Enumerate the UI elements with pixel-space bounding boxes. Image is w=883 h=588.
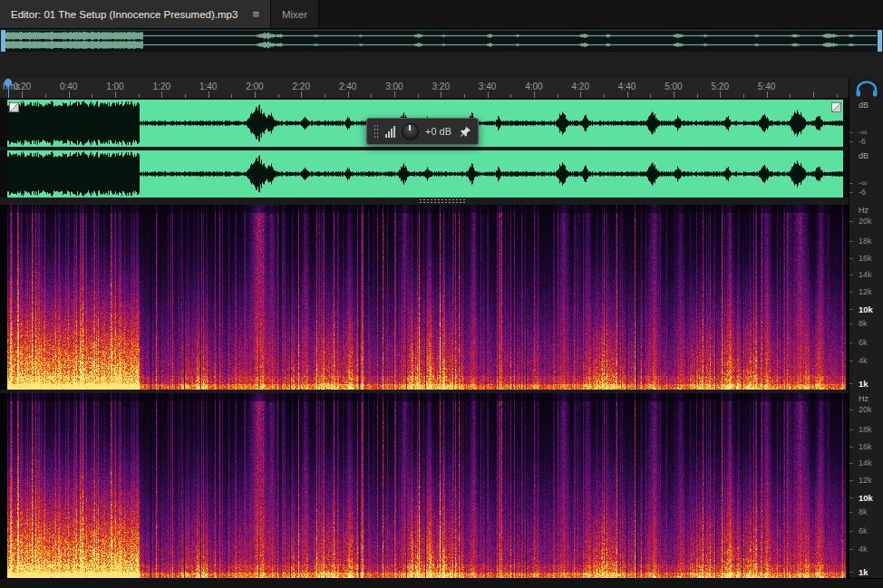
scale-tick	[849, 383, 853, 384]
hz-scale-label: 20k	[859, 405, 872, 414]
ruler-tick	[441, 92, 442, 98]
playhead-line	[8, 85, 9, 98]
ruler-tick	[69, 92, 70, 98]
tab-mixer-label: Mixer	[282, 9, 307, 20]
overview-waveform-canvas[interactable]	[2, 31, 879, 50]
ruler-tick	[510, 94, 511, 98]
ruler-tick	[301, 92, 302, 98]
ruler-tick	[558, 94, 558, 98]
spectrogram-right-canvas[interactable]	[7, 393, 846, 578]
navigator-right-handle[interactable]	[878, 30, 882, 53]
scale-tick	[849, 429, 853, 430]
scale-tick	[849, 463, 853, 464]
panel-menu-icon[interactable]: ≡	[252, 7, 259, 21]
tab-editor[interactable]: Editor: 01 The Setup (Innocence Presumed…	[0, 0, 271, 28]
hz-scale-label: 14k	[859, 458, 872, 468]
scale-tick	[849, 221, 853, 222]
ruler-tick	[464, 94, 465, 98]
ruler-time-label: 3:00	[385, 82, 403, 92]
ruler-time-label: 1:00	[106, 82, 123, 92]
navigator-left-handle[interactable]	[1, 30, 5, 53]
audition-editor-panel: Editor: 01 The Setup (Innocence Presumed…	[0, 0, 883, 588]
hz-scale-label: 12k	[859, 476, 872, 485]
hud-drag-grip-icon[interactable]	[374, 124, 379, 139]
db-scale-unit: dB	[859, 101, 868, 110]
hz-scale-label: 10k	[859, 304, 873, 314]
hz-scale-label: 12k	[859, 287, 872, 296]
hz-scale-label: 1k	[859, 379, 868, 389]
scale-tick	[849, 447, 853, 448]
scale-tick	[849, 361, 853, 361]
ruler-tick	[813, 92, 814, 98]
hz-scale-label: 16k	[859, 442, 872, 451]
waveform-channel-right	[0, 150, 849, 198]
ruler-tick	[161, 92, 162, 98]
ruler-time-label: 2:40	[339, 82, 356, 92]
ruler-tick	[185, 94, 186, 98]
ruler-tick	[394, 92, 395, 98]
ruler-tick	[790, 94, 791, 98]
hz-scale-label: 6k	[859, 338, 868, 347]
ruler-time-label: 3:20	[432, 82, 450, 92]
hz-scale-label: 6k	[859, 526, 868, 535]
ruler-tick	[650, 94, 651, 98]
scale-tick	[849, 309, 853, 310]
scale-tick	[849, 241, 853, 242]
panel-tab-bar: Editor: 01 The Setup (Innocence Presumed…	[0, 0, 883, 29]
tab-editor-label: Editor: 01 The Setup (Innocence Presumed…	[11, 9, 238, 20]
db-scale-label: -∞	[859, 128, 867, 137]
hz-scale-label: 4k	[859, 545, 868, 554]
ruler-tick	[767, 92, 768, 98]
overview-navigator[interactable]	[1, 30, 882, 53]
bottom-chrome-bar	[0, 578, 883, 588]
hz-scale-unit: Hz	[859, 206, 868, 215]
gain-knob[interactable]	[402, 123, 419, 140]
scale-tick	[849, 410, 853, 410]
db-scale-label: -∞	[859, 178, 867, 188]
scale-tick	[849, 132, 853, 133]
ruler-tick	[418, 94, 419, 98]
db-scale-label: -6	[859, 188, 866, 197]
hz-scale-label: 8k	[859, 319, 868, 328]
spectrogram-left-canvas[interactable]	[7, 205, 846, 390]
spectrogram-channel-right	[0, 393, 849, 578]
editor-chrome-gap	[0, 52, 883, 79]
ruler-time-label: 0:20	[14, 82, 31, 92]
scale-tick	[849, 183, 853, 184]
ruler-tick	[45, 94, 46, 98]
ruler-time-label: 1:40	[199, 82, 217, 92]
ruler-tick	[325, 94, 325, 98]
ruler-tick	[255, 92, 256, 98]
scale-tick	[849, 192, 853, 193]
fade-in-handle[interactable]	[9, 102, 19, 112]
scale-tick	[849, 512, 853, 513]
hz-scale-label: 20k	[859, 217, 872, 226]
panel-splitter-grip[interactable]	[419, 198, 466, 204]
tab-mixer[interactable]: Mixer	[271, 0, 319, 28]
hz-scale-label: 8k	[859, 507, 868, 516]
timeline-ruler[interactable]: hms 0:200:401:001:201:402:002:202:403:00…	[0, 78, 849, 99]
ruler-tick	[534, 92, 535, 98]
volume-hud[interactable]: +0 dB	[366, 118, 479, 145]
hz-scale-label: 18k	[859, 236, 872, 246]
hz-scale-label: 4k	[859, 356, 868, 365]
ruler-tick	[371, 94, 372, 98]
fade-out-handle[interactable]	[831, 102, 841, 112]
scale-tick	[849, 531, 853, 532]
ruler-tick	[209, 92, 209, 98]
hud-gain-value: +0 dB	[425, 126, 451, 137]
ruler-tick	[720, 92, 721, 98]
hz-scale-label: 16k	[859, 254, 872, 263]
waveform-right-canvas[interactable]	[7, 150, 843, 198]
ruler-time-label: 5:00	[665, 82, 682, 92]
headphones-icon[interactable]	[855, 81, 878, 97]
hz-scale-label: 10k	[859, 493, 873, 503]
pin-icon[interactable]	[460, 126, 471, 138]
scale-tick	[849, 323, 853, 324]
hz-scale-unit: Hz	[859, 394, 868, 403]
hz-scale-label: 1k	[859, 567, 868, 577]
ruler-time-label: 5:20	[712, 82, 729, 92]
ruler-time-label: 0:40	[60, 82, 77, 92]
scale-tick	[849, 141, 853, 142]
ruler-time-label: 2:00	[246, 82, 263, 92]
